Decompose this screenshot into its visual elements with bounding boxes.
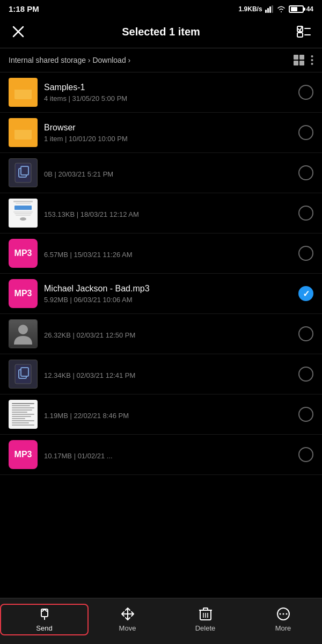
file-thumbnail [9, 78, 38, 107]
file-meta: 0B | 20/03/21 5:21 PM [44, 170, 292, 178]
file-info: 12.34KB | 02/03/21 12:41 PM [38, 369, 298, 379]
file-select-circle[interactable] [298, 125, 313, 140]
file-info: 0B | 20/03/21 5:21 PM [38, 168, 298, 178]
close-button[interactable] [9, 22, 28, 41]
network-speed: 1.9KB/s [239, 5, 262, 13]
file-select-circle[interactable] [298, 206, 313, 221]
file-name: Browser [44, 123, 292, 133]
file-meta: 1 item | 10/01/20 10:00 PM [44, 135, 292, 143]
file-info: Browser 1 item | 10/01/20 10:00 PM [38, 123, 298, 143]
app-bar: Selected 1 item [0, 17, 322, 48]
send-button[interactable]: Send [0, 604, 89, 635]
file-info: Samples-1 4 items | 31/05/20 5:00 PM [38, 83, 298, 103]
delete-icon [199, 607, 212, 621]
list-item[interactable]: 0B | 20/03/21 5:21 PM [0, 153, 322, 193]
breadcrumb-actions [294, 55, 313, 65]
file-name: Samples-1 [44, 83, 292, 92]
move-label: Move [119, 624, 136, 632]
file-info: 10.17MB | 01/02/21 ... [38, 450, 298, 460]
file-select-circle[interactable] [298, 246, 313, 261]
svg-point-10 [311, 55, 313, 57]
battery-icon [289, 5, 304, 13]
status-right: 1.9KB/s 44 [239, 5, 313, 13]
file-meta: 4 items | 31/05/20 5:00 PM [44, 94, 292, 103]
file-meta: 5.92MB | 06/03/21 10:06 AM [44, 296, 292, 304]
file-info: Michael Jackson - Bad.mp3 5.92MB | 06/03… [38, 284, 298, 304]
file-thumbnail [9, 158, 38, 187]
svg-rect-0 [265, 10, 267, 13]
wifi-icon [276, 5, 286, 13]
svg-point-35 [286, 613, 287, 615]
file-thumbnail: MP3 [9, 440, 38, 469]
file-meta: 1.19MB | 22/02/21 8:46 PM [44, 412, 292, 420]
delete-label: Delete [195, 624, 216, 632]
file-info: 1.19MB | 22/02/21 8:46 PM [38, 409, 298, 420]
svg-point-17 [18, 325, 28, 334]
list-item[interactable]: 1.19MB | 22/02/21 8:46 PM [0, 394, 322, 435]
file-meta: 26.32KB | 02/03/21 12:50 PM [44, 331, 292, 339]
file-meta: 6.57MB | 15/03/21 11:26 AM [44, 251, 292, 259]
move-button[interactable]: Move [89, 605, 166, 634]
file-list: Samples-1 4 items | 31/05/20 5:00 PM Bro… [0, 72, 322, 475]
breadcrumb[interactable]: Internal shared storage › Download › [9, 56, 130, 64]
delete-button[interactable]: Delete [166, 605, 244, 634]
more-label: More [275, 624, 291, 632]
file-thumbnail [9, 118, 38, 147]
more-icon [276, 607, 290, 621]
file-thumbnail: MP3 [9, 279, 38, 308]
move-icon [121, 607, 135, 621]
svg-point-33 [279, 613, 281, 615]
svg-point-34 [282, 613, 284, 615]
svg-rect-2 [269, 6, 271, 13]
file-select-circle[interactable]: ✓ [298, 286, 313, 301]
more-options-button[interactable] [311, 55, 313, 65]
file-name: Michael Jackson - Bad.mp3 [44, 284, 292, 294]
page-title: Selected 1 item [28, 26, 294, 38]
list-item[interactable]: Samples-1 4 items | 31/05/20 5:00 PM [0, 72, 322, 113]
svg-rect-22 [41, 609, 48, 617]
file-thumbnail [9, 400, 38, 429]
file-info: 26.32KB | 02/03/21 12:50 PM [38, 329, 298, 339]
file-meta: 12.34KB | 02/03/21 12:41 PM [44, 371, 292, 379]
svg-rect-3 [272, 5, 273, 13]
svg-rect-28 [203, 608, 208, 610]
file-thumbnail [9, 360, 38, 389]
file-select-circle[interactable] [298, 165, 313, 180]
file-meta: 153.13KB | 18/03/21 12:12 AM [44, 210, 292, 218]
select-all-button[interactable] [294, 22, 313, 41]
list-item[interactable]: MP3 6.57MB | 15/03/21 11:26 AM [0, 233, 322, 274]
file-thumbnail [9, 199, 38, 228]
file-select-circle[interactable] [298, 326, 313, 341]
battery-level: 44 [306, 5, 313, 13]
checkmark-icon: ✓ [303, 289, 310, 299]
file-info: 153.13KB | 18/03/21 12:12 AM [38, 208, 298, 218]
status-time: 1:18 PM [9, 4, 39, 13]
breadcrumb-bar: Internal shared storage › Download › [0, 48, 322, 72]
list-item[interactable]: MP3 Michael Jackson - Bad.mp3 5.92MB | 0… [0, 274, 322, 314]
file-thumbnail: MP3 [9, 239, 38, 268]
svg-rect-21 [21, 368, 28, 376]
send-icon [38, 607, 52, 621]
list-item[interactable]: MP3 10.17MB | 01/02/21 ... [0, 435, 322, 475]
file-select-circle[interactable] [298, 447, 313, 462]
file-thumbnail [9, 319, 38, 348]
svg-rect-16 [21, 166, 28, 175]
list-item[interactable]: 12.34KB | 02/03/21 12:41 PM [0, 354, 322, 394]
svg-point-11 [311, 59, 313, 61]
list-item[interactable]: Browser 1 item | 10/01/20 10:00 PM [0, 113, 322, 153]
file-select-circle[interactable] [298, 407, 313, 422]
bottom-bar: Send Move Delete [0, 598, 322, 644]
svg-rect-1 [267, 8, 269, 13]
file-meta: 10.17MB | 01/02/21 ... [44, 452, 292, 460]
status-bar: 1:18 PM 1.9KB/s 44 [0, 0, 322, 17]
svg-point-12 [311, 63, 313, 65]
svg-rect-7 [297, 33, 303, 37]
more-button[interactable]: More [244, 605, 322, 634]
grid-view-button[interactable] [294, 55, 304, 65]
file-info: 6.57MB | 15/03/21 11:26 AM [38, 248, 298, 259]
list-item[interactable]: 26.32KB | 02/03/21 12:50 PM [0, 314, 322, 354]
list-item[interactable]: 153.13KB | 18/03/21 12:12 AM [0, 193, 322, 233]
signal-icon [265, 5, 274, 13]
file-select-circle[interactable] [298, 367, 313, 382]
file-select-circle[interactable] [298, 85, 313, 100]
